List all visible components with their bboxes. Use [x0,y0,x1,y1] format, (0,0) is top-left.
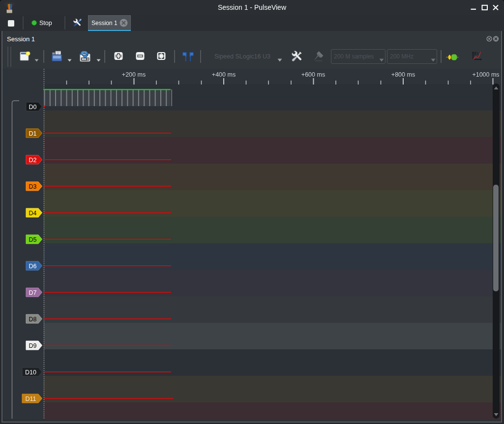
svg-text:+800 ms: +800 ms [391,71,415,78]
svg-text:D5: D5 [29,236,37,243]
svg-text:D7: D7 [29,289,37,296]
svg-text:+600 ms: +600 ms [301,71,325,78]
svg-text:D0: D0 [29,104,37,111]
svg-text:D6: D6 [29,263,37,270]
svg-text:D2: D2 [29,157,37,164]
svg-text:D11: D11 [25,396,36,402]
svg-text:+400 ms: +400 ms [212,71,236,78]
svg-text:D8: D8 [29,316,37,323]
svg-text:+200 ms: +200 ms [122,71,146,78]
svg-text:D9: D9 [29,342,37,349]
svg-text:D1: D1 [29,130,37,137]
svg-text:D4: D4 [29,210,37,217]
svg-text:D10: D10 [25,369,36,376]
svg-text:+1000 ms: +1000 ms [472,71,499,78]
svg-text:D3: D3 [29,183,37,190]
